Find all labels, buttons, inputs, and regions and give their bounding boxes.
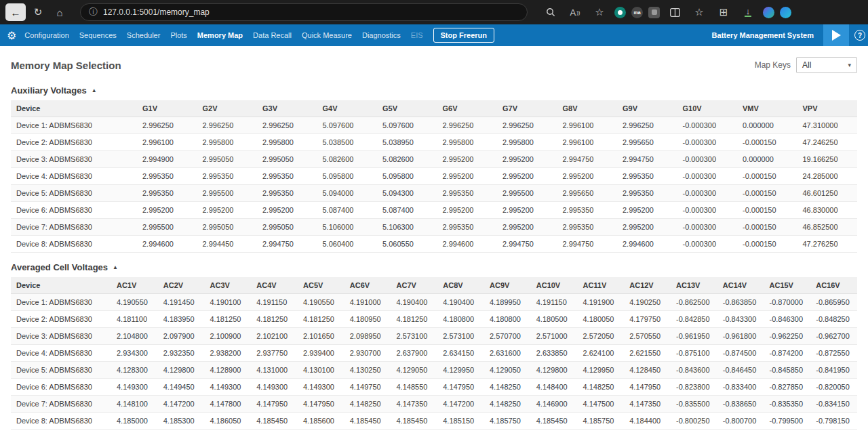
extension-teal-icon[interactable] [614, 7, 626, 18]
value-cell: 4.147200 [158, 396, 205, 413]
column-header: AC7V [391, 277, 438, 294]
help-icon[interactable]: ? [854, 30, 865, 41]
value-cell: 2.995050 [197, 219, 258, 236]
value-cell: 4.181250 [298, 311, 344, 328]
download-bar [745, 16, 751, 17]
hub-star-glyph: ☆ [694, 6, 703, 18]
split-screen-icon[interactable] [665, 3, 684, 21]
value-cell: 2.996250 [437, 117, 498, 134]
device-cell: Device 1: ADBMS6830 [11, 117, 137, 134]
value-cell: 4.148400 [531, 379, 578, 396]
value-cell: 2.101650 [298, 328, 344, 345]
extension-gray-icon[interactable] [648, 7, 660, 18]
value-cell: 5.095800 [317, 168, 378, 185]
site-info-icon[interactable]: ⓘ [89, 6, 98, 18]
value-cell: 2.995350 [617, 185, 677, 202]
value-cell: 2.994750 [617, 151, 677, 168]
value-cell: 4.128300 [111, 362, 158, 379]
value-cell: 2.996100 [137, 134, 197, 151]
value-cell: 4.185000 [111, 413, 158, 430]
value-cell: 2.995050 [257, 151, 317, 168]
downloads-icon[interactable]: ↓ [738, 3, 757, 21]
value-cell: 4.149300 [111, 379, 158, 396]
adi-logo-triangle [832, 30, 841, 41]
device-cell: Device 6: ADBMS6830 [11, 379, 111, 396]
home-button[interactable]: ⌂ [50, 3, 69, 21]
value-cell: 4.190550 [111, 294, 158, 311]
nav-item-eis[interactable]: EIS [411, 31, 423, 39]
value-cell: 4.185450 [391, 413, 438, 430]
value-cell: 47.276250 [797, 236, 858, 253]
nav-item-configuration[interactable]: Configuration [24, 31, 68, 39]
read-aloud-icon[interactable]: A)) [566, 3, 585, 21]
value-cell: 5.060400 [317, 236, 378, 253]
column-header: AC2V [158, 277, 205, 294]
value-cell: -0.798150 [810, 413, 857, 430]
value-cell: 2.571000 [531, 328, 578, 345]
collapse-toggle-icon[interactable]: ▲ [113, 264, 118, 270]
column-header: G7V [497, 100, 557, 117]
column-header: Device [11, 100, 137, 117]
column-header: AC8V [437, 277, 484, 294]
nav-item-plots[interactable]: Plots [170, 31, 186, 39]
value-cell: -0.874500 [717, 345, 764, 362]
table-row: Device 7: ADBMS68302.9955002.9950502.995… [11, 219, 857, 236]
device-cell: Device 6: ADBMS6830 [11, 202, 137, 219]
value-cell: 2.994750 [497, 236, 557, 253]
main-content: Memory Map Selection Map Keys All ▾ Auxi… [0, 46, 868, 430]
column-header: AC14V [717, 277, 764, 294]
value-cell: 2.100900 [205, 328, 252, 345]
page-header: Memory Map Selection Map Keys All ▾ [11, 46, 857, 80]
back-button[interactable]: ← [5, 3, 26, 21]
value-cell: -0.000300 [677, 202, 738, 219]
map-keys-dropdown[interactable]: All ▾ [796, 57, 857, 73]
value-cell: 2.570550 [624, 328, 671, 345]
nav-item-sequences[interactable]: Sequences [79, 31, 117, 39]
auxiliary-voltages-section: Auxiliary Voltages ▲ DeviceG1VG2VG3VG4VG… [11, 80, 857, 253]
value-cell: 2.995050 [197, 151, 258, 168]
collapse-toggle-icon[interactable]: ▲ [92, 87, 97, 93]
device-cell: Device 2: ADBMS6830 [11, 134, 137, 151]
nav-item-diagnostics[interactable]: Diagnostics [362, 31, 401, 39]
value-cell: -0.000300 [677, 185, 738, 202]
extension-ma-icon[interactable]: ma [631, 7, 643, 18]
value-cell: 4.148250 [484, 379, 531, 396]
search-icon[interactable] [541, 3, 560, 21]
value-cell: 2.994600 [437, 236, 498, 253]
refresh-button[interactable]: ↻ [28, 3, 47, 21]
value-cell: 5.095800 [377, 168, 437, 185]
nav-item-scheduler[interactable]: Scheduler [127, 31, 161, 39]
table-row: Device 2: ADBMS68302.9961002.9958002.995… [11, 134, 857, 151]
favorites-star-icon[interactable]: ☆ [590, 3, 609, 21]
favorites-hub-icon[interactable]: ☆ [690, 3, 709, 21]
table-row: Device 5: ADBMS68304.1283004.1298004.128… [11, 362, 857, 379]
value-cell: 2.995200 [617, 219, 677, 236]
value-cell: -0.962250 [764, 328, 811, 345]
value-cell: 4.130250 [344, 362, 391, 379]
value-cell: 2.637900 [391, 345, 438, 362]
value-cell: 2.621550 [624, 345, 671, 362]
value-cell: 5.038500 [317, 134, 378, 151]
value-cell: -0.872550 [810, 345, 857, 362]
extensions-colorful-icon[interactable] [763, 7, 774, 18]
nav-item-data-recall[interactable]: Data Recall [253, 31, 292, 39]
settings-gear-icon[interactable]: ⚙ [7, 29, 16, 42]
value-cell: 4.128900 [205, 362, 252, 379]
value-cell: 4.190550 [298, 294, 344, 311]
value-cell: 2.934300 [111, 345, 158, 362]
value-cell: 4.185600 [298, 413, 344, 430]
nav-item-memory-map[interactable]: Memory Map [197, 31, 243, 39]
column-header: G2V [197, 100, 258, 117]
value-cell: 4.147950 [437, 379, 484, 396]
copilot-icon[interactable] [780, 7, 791, 18]
collections-icon[interactable]: ⊞ [714, 3, 733, 21]
column-header: AC13V [671, 277, 717, 294]
value-cell: -0.000150 [737, 168, 797, 185]
value-cell: -0.000150 [737, 219, 797, 236]
address-bar[interactable]: ⓘ 127.0.0.1:5001/memory_map [80, 3, 528, 21]
refresh-icon: ↻ [34, 6, 43, 18]
nav-item-quick-measure[interactable]: Quick Measure [302, 31, 352, 39]
stop-freerun-button[interactable]: Stop Freerun [433, 28, 494, 43]
value-cell: 4.147950 [624, 379, 671, 396]
value-cell: 4.149300 [205, 379, 252, 396]
